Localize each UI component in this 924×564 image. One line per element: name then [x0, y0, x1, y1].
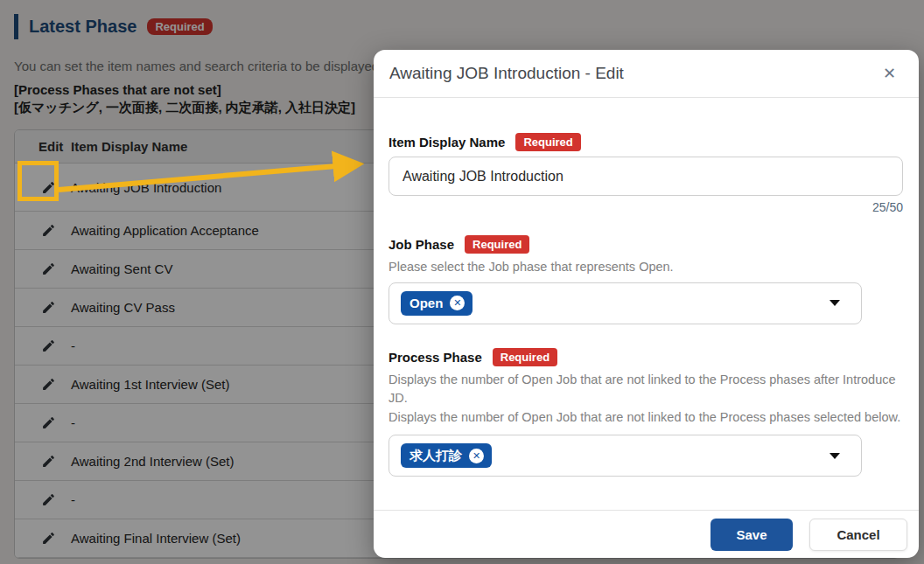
remove-chip-icon[interactable]: ✕: [469, 449, 484, 463]
highlight-box: [18, 161, 59, 201]
item-display-name-label: Item Display Name: [388, 135, 505, 150]
required-badge: Required: [493, 348, 557, 366]
job-phase-label-row: Job Phase Required: [388, 235, 903, 254]
selected-option-chip: 求人打診 ✕: [401, 443, 492, 468]
chip-label: 求人打診: [410, 448, 462, 464]
remove-chip-icon[interactable]: ✕: [450, 296, 465, 310]
modal-footer: Save Cancel: [374, 510, 919, 558]
process-phase-hint-2: Displays the number of Open Job that are…: [388, 408, 903, 428]
job-phase-select[interactable]: Open ✕: [388, 282, 862, 324]
close-icon[interactable]: ✕: [879, 62, 900, 85]
process-phase-label-row: Process Phase Required: [388, 348, 903, 366]
chip-label: Open: [410, 296, 443, 310]
process-phase-label: Process Phase: [388, 350, 482, 365]
process-phase-hint-1: Displays the number of Open Job that are…: [388, 371, 903, 408]
cancel-button[interactable]: Cancel: [809, 519, 907, 551]
caret-down-icon: [830, 453, 840, 459]
modal-title: Awaiting JOB Introduction - Edit: [389, 64, 624, 83]
modal-body: Item Display Name Required Awaiting JOB …: [374, 98, 919, 477]
screen: Latest Phase Required You can set the it…: [0, 0, 924, 564]
required-badge: Required: [465, 235, 529, 254]
process-phase-select[interactable]: 求人打診 ✕: [388, 435, 862, 477]
save-button[interactable]: Save: [710, 519, 793, 551]
char-counter: 25/50: [388, 200, 903, 216]
caret-down-icon: [830, 300, 840, 306]
item-display-name-input[interactable]: Awaiting JOB Introduction: [388, 157, 903, 196]
job-phase-hint: Please select the Job phase that represe…: [388, 258, 903, 277]
selected-option-chip: Open ✕: [401, 291, 472, 316]
modal-header: Awaiting JOB Introduction - Edit ✕: [374, 50, 919, 98]
job-phase-label: Job Phase: [388, 237, 454, 252]
required-badge: Required: [515, 133, 580, 151]
edit-modal: Awaiting JOB Introduction - Edit ✕ Item …: [374, 50, 919, 558]
item-display-name-label-row: Item Display Name Required: [388, 133, 903, 151]
